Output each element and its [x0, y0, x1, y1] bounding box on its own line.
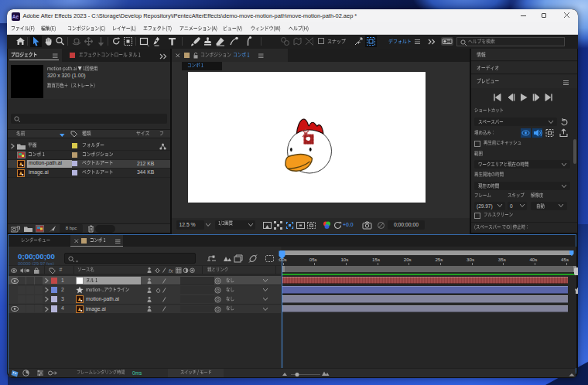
svg-text:fx: fx — [169, 268, 173, 274]
